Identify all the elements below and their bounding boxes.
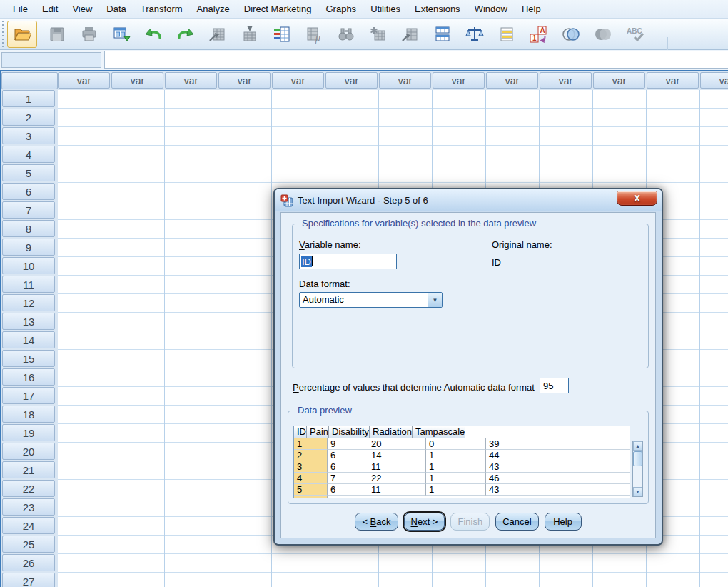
preview-cell[interactable]: 22 [368, 473, 426, 484]
cell-reference-box[interactable] [1, 52, 101, 68]
preview-row[interactable]: 5 6 11 1 43 [294, 484, 630, 496]
column-header-var[interactable]: var [593, 72, 645, 89]
back-button[interactable]: < Back [355, 513, 398, 531]
insert-cases-button[interactable] [366, 21, 390, 48]
undo-button[interactable] [141, 21, 166, 48]
row-header[interactable]: 15 [2, 350, 55, 367]
preview-cell-id[interactable]: 5 [294, 484, 328, 496]
save-button[interactable] [45, 21, 69, 48]
scrollbar-thumb[interactable] [633, 451, 642, 466]
close-button[interactable]: X [617, 191, 657, 206]
column-header-var[interactable]: var [379, 72, 431, 89]
menu-item[interactable]: Utilities [363, 1, 408, 16]
preview-cell-id[interactable]: 2 [294, 450, 328, 461]
row-header[interactable]: 9 [2, 239, 55, 256]
row-header[interactable]: 3 [2, 127, 55, 144]
print-button[interactable] [77, 21, 101, 48]
row-header[interactable]: 16 [2, 368, 55, 386]
preview-cell[interactable]: 43 [486, 461, 560, 473]
column-header-var[interactable]: var [325, 72, 378, 89]
preview-cell-id[interactable]: 1 [294, 438, 328, 450]
preview-cell[interactable]: 20 [368, 438, 426, 450]
toolbar-grip[interactable] [1, 21, 5, 48]
column-header-var[interactable]: var [540, 72, 592, 89]
preview-cell[interactable]: 1 [426, 461, 486, 473]
column-header-var[interactable]: var [218, 72, 271, 89]
row-header[interactable]: 20 [2, 443, 55, 460]
spell-check-button[interactable]: ABC [623, 21, 647, 48]
cancel-button[interactable]: Cancel [495, 513, 538, 531]
preview-row[interactable]: 2 6 14 1 44 [294, 450, 630, 461]
preview-cell[interactable]: 39 [486, 438, 560, 450]
redo-button[interactable] [173, 21, 198, 48]
column-header-var[interactable]: var [111, 72, 163, 89]
preview-cell-id[interactable]: 3 [294, 461, 328, 473]
preview-cell[interactable]: 43 [486, 484, 560, 496]
show-all-variables-button[interactable] [591, 21, 615, 48]
preview-row[interactable]: 3 6 11 1 43 [294, 461, 630, 473]
preview-cell[interactable]: 7 [328, 473, 368, 484]
preview-column-header[interactable]: Tampascale [413, 426, 465, 438]
row-header[interactable]: 10 [2, 257, 55, 274]
row-header[interactable]: 25 [2, 536, 55, 553]
variables-button[interactable] [270, 21, 294, 48]
menu-item[interactable]: Data [99, 1, 133, 16]
row-header[interactable]: 23 [2, 498, 55, 516]
row-header[interactable]: 27 [2, 573, 55, 587]
preview-column-header[interactable]: ID [294, 426, 307, 438]
row-header[interactable]: 6 [2, 183, 55, 200]
preview-column-header[interactable]: Radiation [370, 426, 413, 438]
insert-variable-button[interactable] [398, 21, 423, 48]
column-header-var[interactable]: var [58, 72, 110, 89]
row-header[interactable]: 4 [2, 146, 55, 163]
row-header[interactable]: 21 [2, 461, 55, 478]
menu-item[interactable]: File [6, 1, 35, 16]
column-header-var[interactable]: var [700, 72, 728, 89]
row-header[interactable]: 22 [2, 480, 55, 497]
row-header[interactable]: 19 [2, 424, 55, 441]
descriptive-statistics-button[interactable]: μ [302, 21, 326, 48]
preview-cell[interactable]: 46 [486, 473, 560, 484]
preview-scrollbar[interactable]: ▲ ▼ [632, 441, 643, 497]
preview-column-header[interactable]: Pain [307, 426, 329, 438]
help-button[interactable]: Help [545, 513, 582, 531]
scroll-down-icon[interactable]: ▼ [633, 487, 642, 496]
menu-item[interactable]: Transform [133, 1, 190, 16]
value-labels-button[interactable]: A1 [527, 21, 551, 48]
scroll-up-icon[interactable]: ▲ [633, 441, 642, 451]
menu-item[interactable]: View [65, 1, 99, 16]
preview-column-header[interactable]: Disability [329, 426, 370, 438]
row-header[interactable]: 7 [2, 201, 55, 219]
row-header[interactable]: 13 [2, 313, 55, 330]
preview-cell[interactable]: 11 [368, 484, 426, 496]
variable-name-input[interactable]: ID [299, 254, 397, 269]
row-header[interactable]: 17 [2, 387, 55, 404]
recall-dialogs-button[interactable] [109, 21, 133, 48]
preview-cell[interactable]: 14 [368, 450, 426, 461]
row-header[interactable]: 18 [2, 406, 55, 423]
menu-item[interactable]: Graphs [318, 1, 363, 16]
column-header-var[interactable]: var [433, 72, 485, 89]
column-header-var[interactable]: var [647, 72, 699, 89]
row-header[interactable]: 5 [2, 164, 55, 181]
weight-cases-button[interactable] [462, 21, 487, 48]
preview-row[interactable]: 1 9 20 0 39 [294, 438, 630, 450]
row-header[interactable]: 1 [2, 90, 55, 107]
preview-cell[interactable]: 1 [426, 473, 486, 484]
preview-cell[interactable]: 44 [486, 450, 560, 461]
cell-editor-bar[interactable] [104, 51, 728, 69]
goto-case-button[interactable] [206, 21, 230, 48]
row-header[interactable]: 8 [2, 220, 55, 237]
select-cases-button[interactable] [495, 21, 519, 48]
next-button[interactable]: Next > [404, 513, 445, 531]
preview-cell[interactable]: 1 [426, 484, 486, 496]
menu-item[interactable]: Extensions [408, 1, 467, 16]
percentage-input[interactable]: 95 [540, 378, 569, 393]
open-file-button[interactable] [7, 21, 37, 48]
dialog-title-bar[interactable]: Text Import Wizard - Step 5 of 6 [275, 189, 662, 211]
data-format-dropdown[interactable]: Automatic ▼ [299, 292, 443, 308]
goto-variable-button[interactable] [238, 21, 262, 48]
preview-cell[interactable]: 9 [328, 438, 368, 450]
row-header[interactable]: 14 [2, 331, 55, 348]
chevron-down-icon[interactable]: ▼ [428, 293, 442, 307]
